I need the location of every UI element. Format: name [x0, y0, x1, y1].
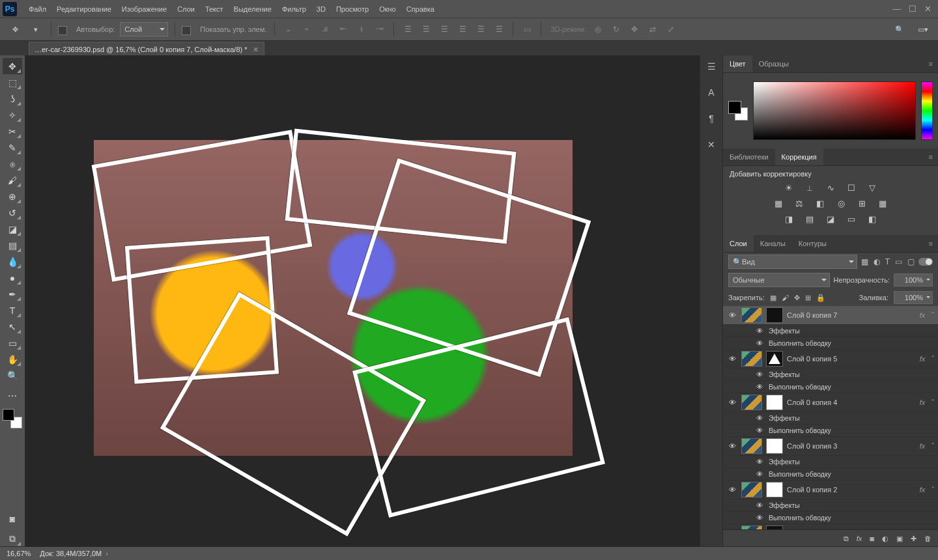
layer-row[interactable]: 👁Слой 0 копия 6fxˆ: [723, 524, 938, 529]
crop-tool[interactable]: ✂: [3, 123, 22, 139]
marquee-tool[interactable]: ⬚: [3, 74, 22, 91]
layer-thumbnail[interactable]: [741, 482, 762, 497]
new-group-icon[interactable]: ▣: [896, 535, 903, 543]
3d-slide-icon[interactable]: ⇄: [646, 22, 660, 36]
healing-brush-tool[interactable]: ⍟: [3, 156, 22, 172]
distribute-top-icon[interactable]: ☰: [401, 22, 415, 36]
auto-align-icon[interactable]: ▭: [520, 22, 534, 36]
dodge-tool[interactable]: ●: [3, 270, 22, 286]
hand-tool[interactable]: ✋: [3, 351, 22, 367]
menu-help[interactable]: Справка: [401, 0, 440, 18]
auto-select-checkbox[interactable]: [58, 26, 67, 35]
fx-effects-line[interactable]: 👁Эффекты: [723, 499, 938, 512]
tab-adjustments[interactable]: Коррекция: [775, 148, 823, 165]
menu-view[interactable]: Просмотр: [331, 0, 374, 18]
history-panel-icon[interactable]: ☰: [704, 59, 718, 74]
edit-toolbar[interactable]: ⋯: [3, 387, 22, 404]
align-top-icon[interactable]: ⫠: [281, 22, 296, 36]
document-canvas[interactable]: [94, 140, 573, 456]
fx-stroke-line[interactable]: 👁Выполнить обводку: [723, 381, 938, 393]
align-bottom-icon[interactable]: ⫡: [318, 22, 332, 36]
fx-badge[interactable]: fx: [920, 486, 926, 494]
layer-name[interactable]: Слой 0 копия 5: [787, 355, 916, 363]
visibility-icon[interactable]: 👁: [727, 399, 737, 406]
hue-slider[interactable]: [921, 81, 933, 140]
screen-mode-tool[interactable]: ⧉: [3, 531, 22, 547]
align-right-icon[interactable]: ⭲: [373, 22, 387, 36]
lock-pixels-icon[interactable]: 🖌: [782, 294, 789, 302]
3d-orbit-icon[interactable]: ◎: [591, 22, 605, 36]
search-icon[interactable]: 🔍: [891, 21, 908, 37]
layer-mask-thumbnail[interactable]: [766, 307, 783, 323]
gradient-tool[interactable]: ▤: [3, 237, 22, 253]
chevron-icon[interactable]: ˆ: [931, 399, 934, 406]
channel-mixer-icon[interactable]: ⊞: [855, 197, 868, 209]
align-hcenter-icon[interactable]: ⫲: [354, 22, 369, 36]
menu-edit[interactable]: Редактирование: [51, 0, 117, 18]
visibility-icon[interactable]: 👁: [754, 339, 765, 347]
chevron-icon[interactable]: ˆ: [931, 486, 934, 494]
fx-badge[interactable]: fx: [920, 355, 926, 363]
menu-layer[interactable]: Слои: [172, 0, 200, 18]
eyedropper-tool[interactable]: ✎: [3, 139, 22, 156]
fx-effects-line[interactable]: 👁Эффекты: [723, 325, 938, 337]
color-balance-icon[interactable]: ⚖: [793, 197, 806, 209]
eraser-tool[interactable]: ◪: [3, 221, 22, 237]
layer-row[interactable]: 👁Слой 0 копия 4fxˆ: [723, 393, 938, 412]
color-lookup-icon[interactable]: ▦: [876, 197, 889, 209]
filter-smart-icon[interactable]: ▢: [907, 257, 915, 266]
tab-swatches[interactable]: Образцы: [752, 55, 795, 72]
fill-input[interactable]: 100%: [894, 291, 933, 304]
tool-preset-chevron-icon[interactable]: ▾: [27, 21, 44, 37]
properties-panel-icon[interactable]: ✕: [704, 137, 718, 152]
pen-tool[interactable]: ✒: [3, 286, 22, 302]
filter-type-icon[interactable]: T: [885, 257, 890, 266]
visibility-icon[interactable]: 👁: [754, 414, 765, 422]
panel-menu-icon[interactable]: ≡: [924, 240, 938, 247]
minimize-button[interactable]: —: [892, 4, 901, 14]
fx-badge[interactable]: fx: [920, 399, 926, 406]
distribute-hcenter-icon[interactable]: ☰: [474, 22, 488, 36]
workspace-switcher-icon[interactable]: ▭▾: [915, 21, 931, 37]
move-tool[interactable]: ✥: [3, 58, 22, 74]
hue-saturation-icon[interactable]: ▦: [772, 197, 785, 209]
clone-stamp-tool[interactable]: ⊕: [3, 188, 22, 204]
lock-artboard-icon[interactable]: ⊞: [805, 294, 811, 302]
quick-mask-tool[interactable]: ◙: [3, 511, 22, 527]
menu-filter[interactable]: Фильтр: [277, 0, 311, 18]
visibility-icon[interactable]: 👁: [727, 311, 737, 319]
layer-name[interactable]: Слой 0 копия 2: [787, 486, 916, 494]
invert-icon[interactable]: ◨: [782, 213, 795, 225]
menu-text[interactable]: Текст: [200, 0, 229, 18]
lock-all-icon[interactable]: 🔒: [816, 294, 825, 302]
chevron-icon[interactable]: ˆ: [931, 355, 934, 363]
close-tab-icon[interactable]: ✕: [253, 46, 259, 54]
distribute-right-icon[interactable]: ☰: [492, 22, 506, 36]
3d-roll-icon[interactable]: ↻: [609, 22, 623, 36]
color-picker-field[interactable]: [753, 81, 916, 140]
document-tab[interactable]: …er-car-2369930.psd @ 16,7% (Слой 0 копи…: [29, 42, 264, 57]
menu-image[interactable]: Изображение: [117, 0, 172, 18]
menu-select[interactable]: Выделение: [229, 0, 277, 18]
path-selection-tool[interactable]: ↖: [3, 318, 22, 335]
character-panel-icon[interactable]: A: [704, 85, 718, 100]
panel-menu-icon[interactable]: ≡: [924, 60, 938, 68]
lock-position-icon[interactable]: ✥: [794, 294, 800, 302]
bw-icon[interactable]: ◧: [814, 197, 827, 209]
maximize-button[interactable]: ☐: [909, 4, 917, 14]
brightness-icon[interactable]: ☀: [782, 182, 795, 193]
posterize-icon[interactable]: ▤: [803, 213, 816, 225]
visibility-icon[interactable]: 👁: [754, 327, 765, 335]
layer-mask-thumbnail[interactable]: [766, 525, 783, 529]
new-adjustment-icon[interactable]: ◐: [882, 535, 888, 543]
layer-thumbnail[interactable]: [741, 351, 762, 367]
layer-row[interactable]: 👁Слой 0 копия 2fxˆ: [723, 481, 938, 499]
vibrance-icon[interactable]: ▽: [866, 182, 879, 193]
visibility-icon[interactable]: 👁: [727, 486, 737, 494]
threshold-icon[interactable]: ◪: [824, 213, 837, 225]
visibility-icon[interactable]: 👁: [754, 427, 765, 434]
foreground-swatch[interactable]: [3, 409, 14, 421]
layer-thumbnail[interactable]: [741, 307, 762, 323]
type-tool[interactable]: T: [3, 302, 22, 318]
tab-paths[interactable]: Контуры: [792, 235, 833, 252]
